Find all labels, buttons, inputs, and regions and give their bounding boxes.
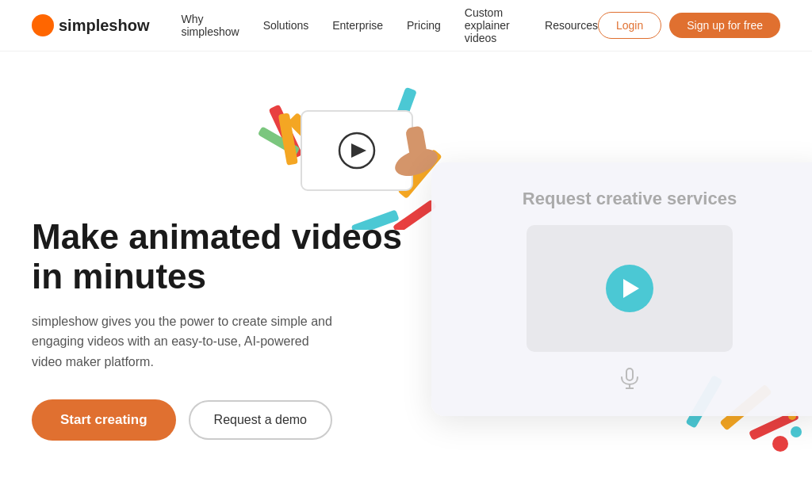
svg-point-20: [791, 426, 802, 437]
svg-point-19: [772, 436, 788, 452]
signup-button[interactable]: Sign up for free: [669, 13, 780, 38]
logo-text: simpleshow: [59, 17, 149, 35]
request-demo-button[interactable]: Request a demo: [189, 400, 332, 440]
trusted-section: Trusted by the world's leading organizat…: [0, 495, 812, 504]
nav-resources[interactable]: Resources: [545, 19, 598, 32]
nav-why-simpleshow[interactable]: Why simpleshow: [181, 13, 239, 38]
nav-enterprise[interactable]: Enterprise: [332, 19, 383, 32]
panel-title: Request creative services: [523, 189, 737, 209]
svg-rect-13: [626, 368, 633, 380]
start-creating-button[interactable]: Start creating: [32, 399, 176, 441]
hero-subtitle: simpleshow gives you the power to create…: [32, 311, 333, 372]
hero-section: Make animated videos in minutes simplesh…: [0, 52, 812, 495]
hero-buttons: Start creating Request a demo: [32, 399, 412, 441]
nav-custom-explainer[interactable]: Custom explainer videos: [465, 6, 521, 44]
microphone-icon: [618, 366, 642, 390]
hero-left: Make animated videos in minutes simplesh…: [32, 52, 412, 464]
hero-right-panel: Request creative services: [431, 162, 812, 416]
login-button[interactable]: Login: [598, 12, 661, 39]
navbar: simpleshow Why simpleshow Solutions Ente…: [0, 0, 812, 52]
play-button[interactable]: [606, 265, 653, 312]
nav-links: Why simpleshow Solutions Enterprise Pric…: [181, 6, 598, 44]
play-icon: [623, 279, 639, 298]
logo[interactable]: simpleshow: [32, 14, 149, 36]
nav-solutions[interactable]: Solutions: [263, 19, 309, 32]
video-thumbnail[interactable]: [527, 225, 733, 352]
hero-title: Make animated videos in minutes: [32, 217, 412, 297]
nav-actions: Login Sign up for free: [598, 12, 780, 39]
logo-icon: [32, 14, 54, 36]
nav-pricing[interactable]: Pricing: [407, 19, 441, 32]
